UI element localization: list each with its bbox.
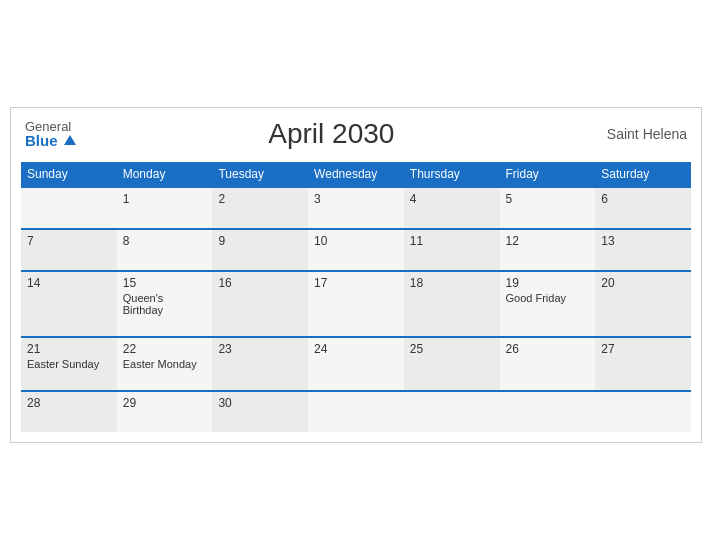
calendar-region: Saint Helena xyxy=(587,126,687,142)
calendar-cell xyxy=(595,391,691,432)
calendar-cell xyxy=(500,391,596,432)
calendar-grid: Sunday Monday Tuesday Wednesday Thursday… xyxy=(21,162,691,432)
calendar-title: April 2030 xyxy=(76,118,587,150)
calendar-cell: 10 xyxy=(308,229,404,271)
day-number: 13 xyxy=(601,234,685,248)
day-number: 12 xyxy=(506,234,590,248)
day-event: Easter Monday xyxy=(123,358,207,370)
calendar-cell: 18 xyxy=(404,271,500,337)
calendar-week-row: 21Easter Sunday22Easter Monday2324252627 xyxy=(21,337,691,391)
day-event: Good Friday xyxy=(506,292,590,304)
day-number: 10 xyxy=(314,234,398,248)
day-number: 18 xyxy=(410,276,494,290)
calendar-cell: 9 xyxy=(212,229,308,271)
day-number: 21 xyxy=(27,342,111,356)
calendar-cell: 29 xyxy=(117,391,213,432)
day-number: 2 xyxy=(218,192,302,206)
calendar-cell: 7 xyxy=(21,229,117,271)
col-monday: Monday xyxy=(117,162,213,187)
col-wednesday: Wednesday xyxy=(308,162,404,187)
calendar-cell: 25 xyxy=(404,337,500,391)
calendar-cell: 19Good Friday xyxy=(500,271,596,337)
calendar-cell: 3 xyxy=(308,187,404,229)
logo-blue-word: Blue xyxy=(25,132,58,149)
calendar-cell: 14 xyxy=(21,271,117,337)
calendar-week-row: 123456 xyxy=(21,187,691,229)
calendar-cell: 24 xyxy=(308,337,404,391)
calendar-cell: 6 xyxy=(595,187,691,229)
col-tuesday: Tuesday xyxy=(212,162,308,187)
calendar-week-row: 282930 xyxy=(21,391,691,432)
calendar-container: General Blue April 2030 Saint Helena Sun… xyxy=(10,107,702,443)
calendar-cell: 23 xyxy=(212,337,308,391)
day-event: Queen's Birthday xyxy=(123,292,207,316)
day-number: 5 xyxy=(506,192,590,206)
col-sunday: Sunday xyxy=(21,162,117,187)
day-number: 29 xyxy=(123,396,207,410)
calendar-week-row: 78910111213 xyxy=(21,229,691,271)
logo: General Blue xyxy=(25,120,76,148)
calendar-cell: 16 xyxy=(212,271,308,337)
calendar-cell: 26 xyxy=(500,337,596,391)
day-number: 17 xyxy=(314,276,398,290)
calendar-cell: 8 xyxy=(117,229,213,271)
calendar-cell: 12 xyxy=(500,229,596,271)
day-number: 26 xyxy=(506,342,590,356)
calendar-cell: 5 xyxy=(500,187,596,229)
calendar-cell: 4 xyxy=(404,187,500,229)
day-number: 7 xyxy=(27,234,111,248)
day-event: Easter Sunday xyxy=(27,358,111,370)
calendar-cell: 21Easter Sunday xyxy=(21,337,117,391)
day-number: 22 xyxy=(123,342,207,356)
day-number: 16 xyxy=(218,276,302,290)
day-number: 4 xyxy=(410,192,494,206)
calendar-cell xyxy=(308,391,404,432)
day-number: 15 xyxy=(123,276,207,290)
day-number: 3 xyxy=(314,192,398,206)
col-saturday: Saturday xyxy=(595,162,691,187)
calendar-cell: 15Queen's Birthday xyxy=(117,271,213,337)
calendar-cell: 2 xyxy=(212,187,308,229)
day-number: 20 xyxy=(601,276,685,290)
calendar-cell: 1 xyxy=(117,187,213,229)
day-number: 9 xyxy=(218,234,302,248)
logo-blue-text: Blue xyxy=(25,133,76,148)
col-thursday: Thursday xyxy=(404,162,500,187)
calendar-cell: 28 xyxy=(21,391,117,432)
calendar-cell xyxy=(404,391,500,432)
day-number: 11 xyxy=(410,234,494,248)
day-number: 14 xyxy=(27,276,111,290)
calendar-cell: 27 xyxy=(595,337,691,391)
calendar-cell: 30 xyxy=(212,391,308,432)
calendar-cell xyxy=(21,187,117,229)
day-number: 27 xyxy=(601,342,685,356)
calendar-cell: 11 xyxy=(404,229,500,271)
day-number: 30 xyxy=(218,396,302,410)
day-number: 1 xyxy=(123,192,207,206)
calendar-cell: 22Easter Monday xyxy=(117,337,213,391)
day-number: 19 xyxy=(506,276,590,290)
col-friday: Friday xyxy=(500,162,596,187)
calendar-header-row: Sunday Monday Tuesday Wednesday Thursday… xyxy=(21,162,691,187)
logo-triangle-icon xyxy=(64,135,76,145)
calendar-cell: 20 xyxy=(595,271,691,337)
day-number: 25 xyxy=(410,342,494,356)
calendar-cell: 13 xyxy=(595,229,691,271)
day-number: 8 xyxy=(123,234,207,248)
day-number: 23 xyxy=(218,342,302,356)
day-number: 6 xyxy=(601,192,685,206)
calendar-cell: 17 xyxy=(308,271,404,337)
day-number: 28 xyxy=(27,396,111,410)
day-number: 24 xyxy=(314,342,398,356)
calendar-header: General Blue April 2030 Saint Helena xyxy=(21,118,691,150)
calendar-week-row: 1415Queen's Birthday16171819Good Friday2… xyxy=(21,271,691,337)
